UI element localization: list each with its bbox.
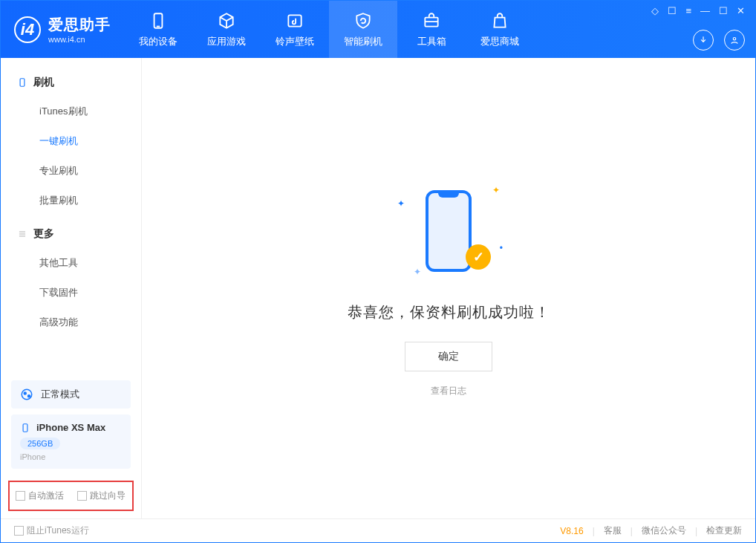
mode-icon [20,388,33,401]
app-window: i4 爱思助手 www.i4.cn 我的设备 应用游戏 铃声壁纸 智能刷机 [0,0,756,543]
options-highlight: 自动激活 跳过向导 [8,481,134,511]
link-update[interactable]: 检查更新 [706,524,742,537]
svg-rect-2 [288,15,301,26]
phone-icon [20,423,30,433]
section-title: 更多 [33,227,54,241]
checkbox-skip-guide[interactable]: 跳过向导 [77,490,126,502]
maximize-button[interactable]: ☐ [719,5,728,16]
svg-rect-5 [20,79,25,87]
svg-point-10 [24,392,26,394]
logo: i4 爱思助手 www.i4.cn [1,15,124,44]
tab-ringtones[interactable]: 铃声壁纸 [261,1,329,58]
mode-box[interactable]: 正常模式 [11,380,131,409]
sidebar-item-itunes-flash[interactable]: iTunes刷机 [1,97,141,126]
footer-left: 阻止iTunes运行 [14,524,89,537]
device-name: iPhone XS Max [36,422,105,433]
link-wechat[interactable]: 微信公众号 [642,524,686,537]
main-content: ✦ ✦ ✦ • ✓ 恭喜您，保资料刷机成功啦！ 确定 查看日志 [142,58,755,518]
tab-smart-flash[interactable]: 智能刷机 [329,1,397,58]
ok-button[interactable]: 确定 [405,342,492,371]
svg-point-11 [28,395,30,397]
bag-icon [490,11,509,30]
skin-icon[interactable]: ◇ [651,5,659,16]
footer-right: V8.16 | 客服 | 微信公众号 | 检查更新 [560,524,742,537]
feedback-icon[interactable]: ☐ [668,5,677,16]
svg-point-9 [22,389,32,400]
logo-text: 爱思助手 www.i4.cn [48,15,111,44]
list-icon [17,229,27,239]
sparkle-icon: ✦ [414,267,421,277]
checkbox-auto-activate[interactable]: 自动激活 [16,490,64,502]
spacer [1,342,141,374]
tab-toolbox[interactable]: 工具箱 [397,1,466,58]
close-button[interactable]: ✕ [737,5,745,16]
logo-icon: i4 [14,16,41,43]
checkbox-block-itunes[interactable]: 阻止iTunes运行 [14,524,89,537]
success-message: 恭喜您，保资料刷机成功啦！ [348,302,550,322]
footer: 阻止iTunes运行 V8.16 | 客服 | 微信公众号 | 检查更新 [1,518,755,542]
minimize-button[interactable]: — [700,5,710,16]
tab-label: 我的设备 [139,35,177,48]
download-icon[interactable] [693,30,714,51]
sidebar-section-more: 更多 其他工具 下载固件 高级功能 [1,220,141,342]
device-box[interactable]: iPhone XS Max 256GB iPhone [11,414,131,469]
sparkle-icon: ✦ [397,198,405,209]
sidebar-item-batch-flash[interactable]: 批量刷机 [1,186,141,215]
section-title: 刷机 [33,76,54,89]
sidebar-item-pro-flash[interactable]: 专业刷机 [1,156,141,186]
header: i4 爱思助手 www.i4.cn 我的设备 应用游戏 铃声壁纸 智能刷机 [1,1,755,58]
tab-store[interactable]: 爱思商城 [466,1,534,58]
app-subtitle: www.i4.cn [48,35,111,44]
success-illustration: ✦ ✦ ✦ • ✓ [393,179,504,283]
separator: | [695,526,697,536]
cube-icon [217,11,236,30]
sidebar-item-other-tools[interactable]: 其他工具 [1,248,141,278]
phone-graphic [426,190,472,272]
tab-label: 智能刷机 [344,35,382,48]
check-badge-icon: ✓ [466,244,491,270]
device-storage: 256GB [20,438,60,449]
svg-rect-12 [23,423,27,432]
body: 刷机 iTunes刷机 一键刷机 专业刷机 批量刷机 更多 其他工具 下载固件 … [1,58,755,518]
view-log-link[interactable]: 查看日志 [431,385,466,397]
sidebar-head-more: 更多 [1,220,141,248]
checkbox-icon [77,491,87,501]
nav-tabs: 我的设备 应用游戏 铃声壁纸 智能刷机 工具箱 爱思商城 [124,1,534,58]
phone-icon [149,11,168,30]
svg-point-4 [733,38,736,41]
checkbox-label: 跳过向导 [90,490,126,501]
checkbox-label: 阻止iTunes运行 [27,525,89,536]
sidebar-item-oneclick-flash[interactable]: 一键刷机 [1,126,141,156]
toolbox-icon [422,11,441,30]
device-icon [17,77,27,88]
sidebar-item-download-firmware[interactable]: 下载固件 [1,278,141,308]
link-service[interactable]: 客服 [604,524,622,537]
tab-label: 爱思商城 [480,35,519,48]
sidebar-head-flash: 刷机 [1,68,141,97]
music-folder-icon [285,11,304,30]
separator: | [630,526,633,536]
sidebar-section-flash: 刷机 iTunes刷机 一键刷机 专业刷机 批量刷机 [1,68,141,220]
sparkle-icon: • [500,243,503,253]
tab-label: 应用游戏 [207,35,246,48]
refresh-shield-icon [353,11,373,30]
tab-my-device[interactable]: 我的设备 [124,1,192,58]
separator: | [593,526,595,536]
version-label: V8.16 [560,526,583,536]
app-title: 爱思助手 [48,15,111,35]
user-icon[interactable] [724,30,745,51]
checkbox-icon [14,526,24,536]
sidebar: 刷机 iTunes刷机 一键刷机 专业刷机 批量刷机 更多 其他工具 下载固件 … [1,58,142,518]
tab-label: 铃声壁纸 [276,35,314,48]
checkbox-label: 自动激活 [28,490,64,501]
sparkle-icon: ✦ [492,185,500,195]
device-type: iPhone [20,452,122,461]
checkbox-icon [16,491,25,501]
header-right: ◇ ☐ ≡ — ☐ ✕ [651,1,745,58]
menu-icon[interactable]: ≡ [685,5,691,16]
sidebar-item-advanced[interactable]: 高级功能 [1,308,141,337]
tab-label: 工具箱 [417,35,446,48]
device-name-row: iPhone XS Max [20,422,122,433]
tab-apps[interactable]: 应用游戏 [192,1,261,58]
header-actions [693,30,745,51]
